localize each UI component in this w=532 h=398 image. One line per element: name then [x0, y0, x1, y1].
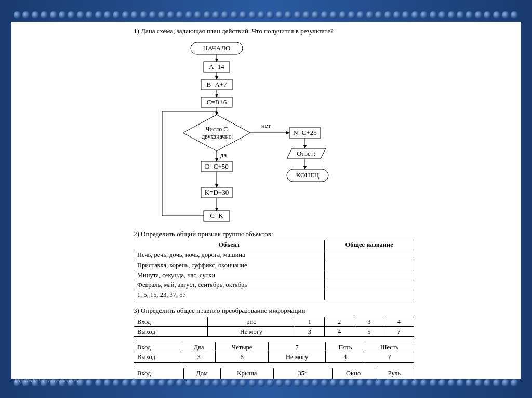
page: 1) Дана схема, задающая план действий. Ч… — [11, 22, 521, 379]
flow-a: A=14 — [209, 63, 224, 71]
flow-ck: C=K — [210, 212, 223, 219]
flow-c: C=B+6 — [207, 98, 227, 106]
flow-start: НАЧАЛО — [203, 44, 231, 52]
flow-cond-line1: Число С — [206, 126, 228, 133]
table-3a: Входрис1234 ВыходНе могу345? — [134, 317, 414, 337]
footer-url: http://edu-teacherzv.ucoz.ru — [15, 377, 78, 383]
flow-b: B=A+7 — [206, 80, 227, 88]
flow-d: D=C+50 — [205, 162, 229, 170]
table-3c: ВходДомКрыша354ОкноРуль ВыходмаНе могуо? — [134, 368, 414, 379]
flow-ans: Ответ: — [297, 149, 315, 157]
flowchart: НАЧАЛО A=14 B=A+7 C=B+6 Число С двухзнач… — [134, 37, 373, 229]
slide-frame: 1) Дана схема, задающая план действий. Ч… — [0, 0, 532, 398]
table-3b: ВходДваЧетыре7ПятьШесть Выход36Не могу4? — [134, 342, 414, 363]
table-objects: ОбъектОбщее название Печь, речь, дочь, н… — [134, 240, 414, 300]
t2-r4: 1, 5, 15, 23, 37, 57 — [134, 290, 325, 300]
flow-k: K=D+30 — [205, 188, 229, 196]
t2-r0: Печь, речь, дочь, ночь, дорога, машина — [134, 250, 325, 260]
beads-bottom — [11, 379, 521, 387]
flow-end: КОНЕЦ — [296, 171, 320, 179]
t2-r1: Приставка, корень, суффикс, окончание — [134, 260, 325, 270]
question-1: 1) Дана схема, задающая план действий. Ч… — [134, 27, 414, 35]
flow-cond-line2: двухзначно — [202, 133, 232, 140]
beads-top — [11, 11, 521, 19]
flow-n: N=C+25 — [293, 129, 317, 136]
flow-yes: да — [220, 151, 227, 159]
t2-r2: Минута, секунда, час, сутки — [134, 270, 325, 280]
flow-no: нет — [261, 121, 271, 129]
question-2: 2) Определить общий признак группы объек… — [134, 230, 414, 238]
content-area: 1) Дана схема, задающая план действий. Ч… — [134, 27, 414, 379]
t2-h2: Общее название — [325, 240, 414, 250]
t2-h1: Объект — [134, 240, 325, 250]
question-3: 3) Определить общее правило преобразован… — [134, 307, 414, 315]
t2-r3: Февраль, май, август, сентябрь, октябрь — [134, 280, 325, 290]
